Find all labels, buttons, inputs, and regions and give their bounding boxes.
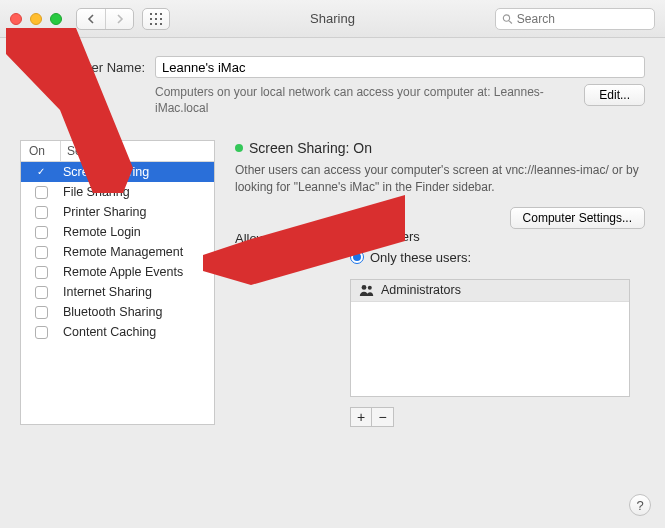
- service-label: Remote Management: [61, 245, 214, 259]
- radio-all-label: All users: [370, 229, 420, 244]
- service-label: Internet Sharing: [61, 285, 214, 299]
- computer-name-hint: Computers on your local network can acce…: [155, 84, 584, 116]
- services-header: On Service: [21, 141, 214, 162]
- close-icon[interactable]: [10, 13, 22, 25]
- search-field[interactable]: [495, 8, 655, 30]
- service-detail-pane: Screen Sharing: On Other users can acces…: [235, 140, 645, 426]
- service-label: Bluetooth Sharing: [61, 305, 214, 319]
- service-checkbox[interactable]: ✓: [35, 166, 48, 179]
- service-row[interactable]: Remote Apple Events: [21, 262, 214, 282]
- chevron-left-icon: [87, 14, 96, 24]
- service-checkbox[interactable]: [35, 266, 48, 279]
- col-on: On: [21, 141, 61, 161]
- svg-point-9: [503, 14, 509, 20]
- computer-settings-button[interactable]: Computer Settings...: [510, 207, 645, 229]
- service-row[interactable]: Printer Sharing: [21, 202, 214, 222]
- service-checkbox[interactable]: [35, 286, 48, 299]
- services-list: On Service ✓Screen SharingFile SharingPr…: [20, 140, 215, 425]
- service-checkbox[interactable]: [35, 186, 48, 199]
- remove-user-button[interactable]: −: [372, 407, 394, 427]
- back-button[interactable]: [77, 9, 105, 29]
- col-service: Service: [61, 141, 214, 161]
- service-label: File Sharing: [61, 185, 214, 199]
- status-dot-icon: [235, 144, 243, 152]
- svg-point-12: [368, 286, 372, 290]
- forward-button[interactable]: [105, 9, 133, 29]
- svg-rect-0: [150, 13, 152, 15]
- radio-only-label: Only these users:: [370, 250, 471, 265]
- computer-name-input[interactable]: [155, 56, 645, 78]
- service-checkbox[interactable]: [35, 306, 48, 319]
- users-list[interactable]: Administrators: [350, 279, 630, 397]
- show-all-button[interactable]: [142, 8, 170, 30]
- search-input[interactable]: [517, 12, 648, 26]
- grid-icon: [150, 13, 162, 25]
- service-row[interactable]: Content Caching: [21, 322, 214, 342]
- radio-icon: [350, 229, 364, 243]
- svg-rect-5: [160, 18, 162, 20]
- service-label: Content Caching: [61, 325, 214, 339]
- titlebar: Sharing: [0, 0, 665, 38]
- service-checkbox[interactable]: [35, 326, 48, 339]
- svg-rect-6: [150, 23, 152, 25]
- status-description: Other users can access your computer's s…: [235, 162, 645, 194]
- chevron-right-icon: [115, 14, 124, 24]
- edit-button[interactable]: Edit...: [584, 84, 645, 106]
- search-icon: [502, 13, 513, 25]
- service-label: Remote Apple Events: [61, 265, 214, 279]
- window-controls: [10, 13, 62, 25]
- status-label: Screen Sharing: On: [249, 140, 372, 156]
- svg-rect-8: [160, 23, 162, 25]
- service-row[interactable]: Remote Management: [21, 242, 214, 262]
- svg-line-10: [509, 20, 512, 23]
- service-label: Remote Login: [61, 225, 214, 239]
- minimize-icon[interactable]: [30, 13, 42, 25]
- radio-only-these-users[interactable]: Only these users:: [350, 250, 630, 265]
- radio-all-users[interactable]: All users: [350, 229, 630, 244]
- service-row[interactable]: Remote Login: [21, 222, 214, 242]
- service-checkbox[interactable]: [35, 206, 48, 219]
- svg-rect-4: [155, 18, 157, 20]
- service-checkbox[interactable]: [35, 226, 48, 239]
- nav-back-forward[interactable]: [76, 8, 134, 30]
- service-checkbox[interactable]: [35, 246, 48, 259]
- zoom-icon[interactable]: [50, 13, 62, 25]
- service-row[interactable]: Bluetooth Sharing: [21, 302, 214, 322]
- computer-name-label: Computer Name:: [20, 60, 145, 75]
- service-row[interactable]: ✓Screen Sharing: [21, 162, 214, 182]
- allow-access-label: Allow access for:: [235, 229, 340, 246]
- svg-rect-2: [160, 13, 162, 15]
- user-row-label: Administrators: [381, 283, 461, 297]
- service-row[interactable]: Internet Sharing: [21, 282, 214, 302]
- help-button[interactable]: ?: [629, 494, 651, 516]
- svg-point-11: [362, 285, 367, 290]
- add-user-button[interactable]: +: [350, 407, 372, 427]
- radio-icon: [350, 250, 364, 264]
- svg-rect-3: [150, 18, 152, 20]
- service-label: Screen Sharing: [61, 165, 214, 179]
- service-label: Printer Sharing: [61, 205, 214, 219]
- svg-rect-7: [155, 23, 157, 25]
- service-row[interactable]: File Sharing: [21, 182, 214, 202]
- svg-rect-1: [155, 13, 157, 15]
- users-icon: [359, 284, 375, 296]
